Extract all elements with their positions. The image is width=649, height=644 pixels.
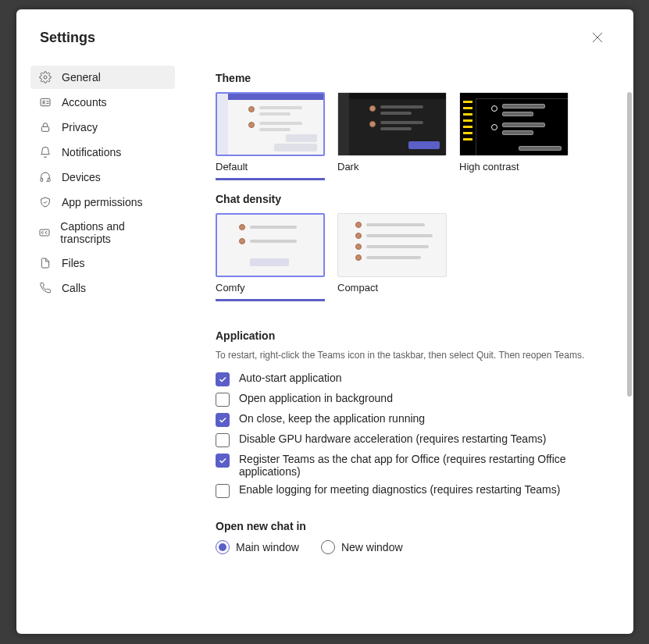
sidebar-item-label: Accounts: [62, 96, 107, 109]
radio-label: Main window: [236, 541, 299, 553]
dialog-body: GeneralAccountsPrivacyNotificationsDevic…: [16, 58, 633, 634]
radio-label: New window: [341, 541, 403, 553]
open-chat-option-1[interactable]: New window: [321, 540, 403, 554]
gear-icon: [38, 70, 52, 84]
theme-option-label: High contrast: [459, 161, 569, 177]
theme-heading: Theme: [216, 72, 602, 84]
sidebar-item-label: App permissions: [62, 196, 143, 208]
sidebar-item-privacy[interactable]: Privacy: [30, 116, 175, 139]
radio[interactable]: [216, 540, 230, 554]
checkbox[interactable]: [216, 393, 230, 407]
checkbox-label: Open application in background: [239, 392, 393, 404]
checkbox-label: Enable logging for meeting diagnostics (…: [239, 483, 560, 496]
application-option-5[interactable]: Enable logging for meeting diagnostics (…: [216, 483, 602, 498]
theme-option-dark[interactable]: Dark: [337, 92, 447, 177]
open-chat-options: Main windowNew window: [216, 540, 602, 554]
sidebar-item-label: General: [62, 71, 101, 84]
bell-icon: [38, 145, 52, 159]
headset-icon: [38, 170, 52, 184]
svg-point-0: [44, 76, 47, 79]
shield-icon: [38, 195, 52, 209]
sidebar-item-captions-and-transcripts[interactable]: Captions and transcripts: [30, 215, 175, 250]
open-chat-option-0[interactable]: Main window: [216, 540, 299, 554]
theme-option-default[interactable]: Default: [216, 92, 325, 177]
application-hint: To restart, right-click the Teams icon i…: [216, 350, 602, 361]
checkbox-label: Disable GPU hardware acceleration (requi…: [239, 432, 546, 445]
svg-point-2: [43, 101, 45, 103]
application-options: Auto-start applicationOpen application i…: [216, 372, 602, 498]
sidebar-item-label: Notifications: [62, 146, 121, 158]
svg-rect-3: [41, 126, 48, 131]
checkbox-label: Register Teams as the chat app for Offic…: [239, 453, 602, 478]
checkbox[interactable]: [216, 454, 230, 468]
application-option-4[interactable]: Register Teams as the chat app for Offic…: [216, 453, 602, 478]
density-option-label: Compact: [337, 282, 447, 298]
sidebar-item-notifications[interactable]: Notifications: [30, 141, 175, 164]
cc-icon: [38, 226, 51, 240]
sidebar-item-general[interactable]: General: [30, 66, 175, 89]
lock-icon: [38, 120, 52, 134]
settings-content: Theme Default Dark: [184, 58, 633, 634]
settings-dialog: Settings GeneralAccountsPrivacyNotificat…: [16, 9, 633, 634]
radio[interactable]: [321, 540, 335, 554]
sidebar-item-label: Captions and transcripts: [60, 220, 167, 245]
density-option-label: Comfy: [216, 282, 325, 298]
sidebar-item-calls[interactable]: Calls: [30, 276, 175, 300]
application-option-1[interactable]: Open application in background: [216, 392, 602, 407]
application-option-2[interactable]: On close, keep the application running: [216, 412, 602, 427]
theme-option-high[interactable]: High contrast: [459, 92, 569, 177]
close-icon: [592, 32, 603, 43]
sidebar-item-label: Privacy: [62, 121, 98, 133]
density-option-compact[interactable]: Compact: [337, 213, 447, 298]
sidebar-item-accounts[interactable]: Accounts: [30, 91, 175, 114]
svg-rect-5: [48, 178, 50, 181]
checkbox[interactable]: [216, 484, 230, 498]
sidebar-item-files[interactable]: Files: [30, 251, 175, 275]
theme-options: Default Dark High contrast: [216, 92, 602, 177]
open-chat-heading: Open new chat in: [216, 520, 602, 532]
application-option-3[interactable]: Disable GPU hardware acceleration (requi…: [216, 432, 602, 447]
checkbox[interactable]: [216, 413, 230, 427]
sidebar-item-devices[interactable]: Devices: [30, 165, 175, 189]
density-heading: Chat density: [216, 193, 602, 205]
checkbox[interactable]: [216, 433, 230, 447]
application-option-0[interactable]: Auto-start application: [216, 372, 602, 386]
scrollbar-thumb[interactable]: [627, 92, 632, 397]
theme-option-label: Dark: [337, 161, 447, 177]
svg-rect-6: [40, 229, 49, 236]
checkbox-label: On close, keep the application running: [239, 412, 425, 425]
close-button[interactable]: [585, 25, 610, 50]
settings-sidebar: GeneralAccountsPrivacyNotificationsDevic…: [16, 58, 184, 634]
scrollbar[interactable]: [627, 92, 632, 618]
application-heading: Application: [216, 329, 602, 342]
dialog-header: Settings: [16, 9, 633, 58]
svg-rect-4: [41, 178, 43, 181]
file-icon: [38, 256, 52, 270]
svg-rect-1: [41, 98, 50, 105]
density-options: Comfy Compact: [216, 213, 602, 298]
checkbox-label: Auto-start application: [239, 372, 342, 384]
sidebar-item-label: Files: [62, 257, 85, 269]
sidebar-item-app-permissions[interactable]: App permissions: [30, 190, 175, 214]
dialog-title: Settings: [40, 30, 95, 46]
phone-icon: [38, 281, 52, 295]
theme-option-label: Default: [216, 161, 325, 177]
density-option-comfy[interactable]: Comfy: [216, 213, 325, 298]
sidebar-item-label: Devices: [62, 171, 101, 183]
sidebar-item-label: Calls: [62, 282, 86, 294]
id-card-icon: [38, 95, 52, 109]
checkbox[interactable]: [216, 372, 230, 386]
